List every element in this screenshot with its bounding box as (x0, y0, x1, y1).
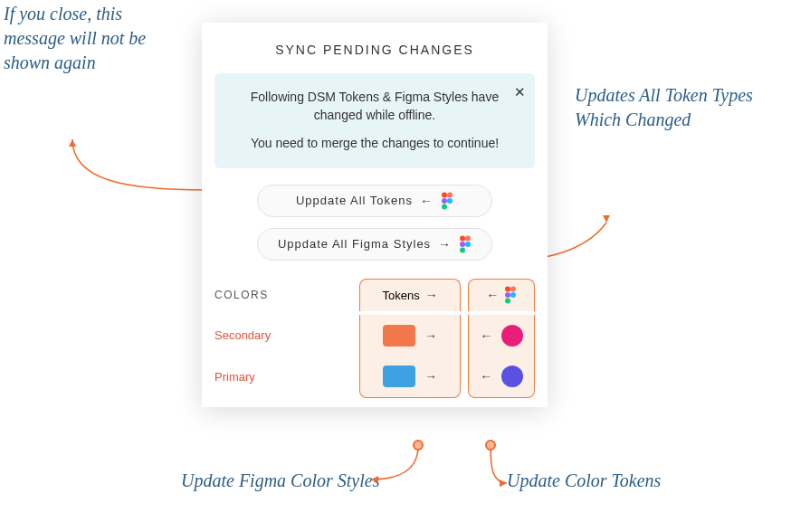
color-swatch (383, 366, 415, 387)
arrow-left-icon: ← (486, 288, 499, 302)
annotation-color-tokens: Update Color Tokens (507, 469, 715, 493)
figma-icon (441, 192, 453, 210)
push-to-figma-button[interactable]: → (359, 356, 461, 398)
svg-point-13 (510, 292, 516, 298)
color-row-label: Secondary (214, 318, 359, 353)
pull-from-figma-button[interactable]: ← (468, 315, 535, 356)
section-header: COLORS Tokens → ← (202, 271, 548, 315)
update-all-tokens-button[interactable]: Uppdate All Tokens ← (257, 185, 492, 217)
svg-point-5 (460, 235, 465, 241)
color-row-label: Primary (214, 359, 359, 394)
tokens-header-label: Tokens (383, 289, 420, 302)
color-row: Primary → ← (202, 356, 548, 398)
arrow-left-icon: ← (480, 369, 492, 384)
pull-from-figma-button[interactable]: ← (468, 356, 535, 398)
figma-icon (504, 286, 517, 304)
svg-point-4 (442, 204, 447, 209)
button-label: Uppdate All Figma Styles (278, 237, 431, 251)
color-row: Secondary → ← (202, 315, 548, 356)
svg-point-7 (460, 242, 465, 247)
arrow-right-icon: → (438, 237, 452, 252)
svg-point-0 (442, 192, 447, 197)
panel-title: SYNC PENDING CHANGES (202, 23, 548, 73)
annotation-figma-styles: Update Figma Color Styles (181, 469, 389, 493)
figma-color-circle (501, 366, 523, 387)
update-all-figma-styles-button[interactable]: Uppdate All Figma Styles → (257, 228, 492, 261)
svg-point-14 (505, 299, 510, 304)
arrow-right-icon: → (424, 328, 437, 343)
notice-line1: Following DSM Tokens & Figma Styles have… (242, 88, 508, 125)
annotation-update-all: Updates All Token Types Which Changed (575, 83, 801, 132)
svg-point-12 (505, 292, 510, 298)
svg-point-3 (447, 198, 453, 204)
button-label: Uppdate All Tokens (296, 194, 413, 207)
sync-panel: SYNC PENDING CHANGES ✕ Following DSM Tok… (202, 23, 548, 407)
close-icon[interactable]: ✕ (514, 82, 526, 102)
svg-point-8 (465, 242, 471, 247)
arrow-right-icon: → (424, 369, 437, 384)
arrow-left-icon: ← (480, 328, 492, 343)
svg-point-6 (465, 235, 471, 241)
annotation-close-note: If you close, this message will not be s… (4, 2, 180, 75)
notice-line2: You need to merge the changes to continu… (242, 134, 508, 152)
color-swatch (383, 325, 415, 347)
svg-point-10 (505, 287, 510, 292)
tokens-column-header[interactable]: Tokens → (359, 279, 461, 311)
push-to-figma-button[interactable]: → (359, 315, 461, 356)
arrow-left-icon: ← (420, 194, 434, 208)
notice-box: ✕ Following DSM Tokens & Figma Styles ha… (214, 73, 535, 168)
arrow-right-icon: → (425, 288, 438, 302)
svg-point-9 (460, 247, 465, 252)
section-label: COLORS (214, 289, 359, 301)
connector-dot (413, 440, 424, 451)
figma-icon (459, 235, 472, 253)
connector-dot (485, 440, 496, 451)
svg-point-1 (447, 192, 453, 197)
figma-column-header[interactable]: ← (468, 279, 535, 311)
svg-point-11 (510, 287, 516, 292)
figma-color-circle (501, 325, 523, 347)
svg-point-2 (442, 198, 447, 204)
